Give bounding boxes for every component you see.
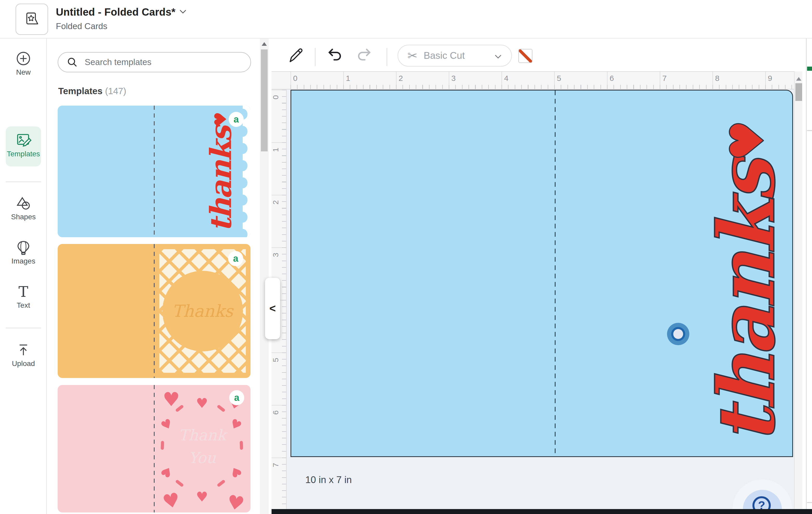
anchor-ring [671, 327, 685, 341]
linetype-label: Basic Cut [424, 50, 465, 61]
wreath-heart: ♥ [196, 397, 208, 410]
leaf-ornament [217, 405, 226, 412]
h-ruler-number: 3 [451, 74, 456, 83]
template-card-pink-wreath[interactable]: ♥ ♥ ♥ ♥ ♥ ♥ ♥ ♥ ♥ ♥ Thank You a [58, 385, 251, 512]
chevron-down-icon [494, 54, 502, 59]
v-ruler-number: 0 [271, 95, 280, 100]
search-templates-box[interactable] [58, 52, 251, 72]
sidebar-item-label: Upload [0, 359, 47, 368]
cricut-access-badge: a [229, 390, 244, 405]
toolbar-divider [387, 48, 387, 66]
v-ruler-number: 6 [271, 410, 280, 415]
thanks-script-art[interactable]: thanks♥ [707, 122, 785, 444]
templates-icon [15, 132, 31, 148]
h-ruler-number: 6 [610, 74, 614, 83]
h-ruler-number: 1 [346, 74, 350, 83]
edit-pencil-button[interactable] [287, 46, 304, 64]
scissors-icon: ✂ [407, 49, 417, 63]
templates-scrollbar [260, 38, 269, 514]
home-logo-button[interactable] [16, 4, 48, 35]
template-card-blue-thanks[interactable]: thanks♥ a [58, 106, 251, 237]
undo-button[interactable] [326, 46, 343, 64]
leaf-ornament [239, 441, 243, 450]
sidebar-item-label: Images [0, 257, 47, 265]
canvas-size-label: 10 in x 7 in [305, 475, 352, 485]
app-header: Untitled - Folded Cards* Folded Cards [0, 0, 812, 38]
green-indicator [807, 66, 812, 71]
title-chevron-down-icon[interactable] [179, 9, 187, 16]
cricut-access-badge: a [228, 251, 243, 266]
sidebar-item-text[interactable]: T Text [0, 285, 47, 309]
fold-line [154, 385, 154, 512]
panel-collapse-handle[interactable]: < [265, 278, 280, 339]
h-ruler-number: 0 [293, 74, 297, 83]
cricut-access-badge: a [229, 112, 244, 127]
template-card-orange-lattice[interactable]: Thanks a [58, 244, 251, 378]
canvas-toolbar: ✂ Basic Cut [271, 38, 812, 71]
leaf-ornament [175, 479, 184, 487]
thank-you-script: Thank You [166, 424, 238, 469]
sidebar-item-shapes[interactable]: Shapes [0, 196, 47, 221]
left-sidebar: New Templates Shapes Images T Text [0, 38, 47, 514]
templates-count: (147) [105, 86, 126, 96]
h-ruler-number: 7 [662, 74, 667, 83]
linetype-color-swatch[interactable] [518, 49, 532, 63]
v-ruler-number: 7 [271, 463, 280, 467]
scrollbar-thumb[interactable] [261, 49, 268, 152]
chevron-left-icon: < [269, 302, 276, 315]
sidebar-item-label: Shapes [0, 213, 47, 221]
v-ruler-number: 5 [271, 358, 280, 362]
sidebar-item-upload[interactable]: Upload [0, 342, 47, 368]
design-card[interactable]: thanks♥ [290, 90, 793, 457]
scroll-up-arrow-icon[interactable] [796, 77, 801, 81]
v-ruler-number: 3 [271, 253, 280, 257]
heart-dot: ♥ [211, 113, 230, 127]
text-tool-icon: T [0, 285, 47, 299]
sidebar-divider [6, 182, 41, 182]
templates-panel: Templates (147) thanks♥ a Thanks a ♥ ♥ ♥… [47, 38, 271, 514]
sidebar-item-label: New [0, 68, 47, 77]
h-ruler-number: 9 [768, 74, 772, 83]
hot-air-balloon-icon [16, 240, 31, 255]
corner-heart: ♥ [226, 492, 246, 512]
bottom-dark-strip [271, 509, 812, 514]
thanks-medallion: Thanks [163, 271, 243, 351]
anchor-core [673, 329, 683, 339]
canvas-area: ✂ Basic Cut 0123456789 01234567 thanks♥ … [271, 38, 812, 514]
folded-card-logo-icon [23, 10, 40, 28]
workspace: thanks♥ 10 in x 7 in [287, 89, 794, 509]
leaf-ornament [217, 479, 226, 487]
h-ruler-number: 5 [557, 74, 561, 83]
plus-circle-icon [16, 51, 31, 66]
search-icon [66, 56, 78, 68]
lattice-pattern: Thanks [159, 249, 246, 373]
project-title: Untitled - Folded Cards* [56, 6, 175, 18]
templates-heading-label: Templates [58, 86, 103, 96]
fold-line [154, 106, 154, 237]
project-subtitle: Folded Cards [56, 21, 107, 31]
selection-anchor-dot[interactable] [667, 323, 689, 345]
h-ruler-number: 2 [399, 74, 403, 83]
leaf-ornament [161, 441, 164, 450]
sidebar-item-images[interactable]: Images [0, 240, 47, 265]
scroll-up-arrow-icon[interactable] [262, 42, 267, 46]
corner-heart: ♥ [163, 390, 180, 409]
search-input[interactable] [85, 57, 241, 67]
scrollbar-thumb[interactable] [795, 83, 802, 101]
corner-heart: ♥ [161, 490, 182, 512]
ruler-corner [271, 71, 287, 89]
v-ruler-number: 2 [271, 200, 280, 205]
v-ruler-number: 1 [271, 148, 280, 152]
right-edge-rail [806, 38, 812, 509]
sidebar-item-label: Templates [0, 150, 47, 158]
redo-button[interactable] [356, 46, 373, 64]
rail-tick [807, 502, 812, 503]
sidebar-item-templates[interactable]: Templates [0, 132, 47, 158]
fold-line [154, 244, 154, 378]
card-fold-line [555, 90, 555, 456]
h-ruler: 0123456789 [287, 71, 794, 89]
scallop-edge [243, 106, 251, 237]
sidebar-item-new[interactable]: New [0, 51, 47, 77]
sidebar-item-label: Text [0, 301, 47, 309]
linetype-dropdown[interactable]: ✂ Basic Cut [398, 45, 512, 66]
